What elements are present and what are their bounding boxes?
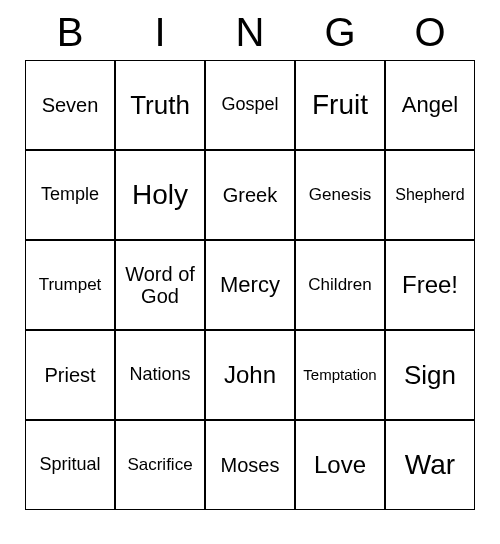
bingo-cell[interactable]: Genesis [295, 150, 385, 240]
bingo-cell[interactable]: Sign [385, 330, 475, 420]
bingo-cell[interactable]: Free! [385, 240, 475, 330]
header-letter-o: O [385, 10, 475, 55]
bingo-cell[interactable]: Greek [205, 150, 295, 240]
bingo-cell[interactable]: Temple [25, 150, 115, 240]
bingo-cell[interactable]: Trumpet [25, 240, 115, 330]
bingo-cell[interactable]: Fruit [295, 60, 385, 150]
bingo-cell[interactable]: Mercy [205, 240, 295, 330]
header-letter-b: B [25, 10, 115, 55]
bingo-cell[interactable]: Children [295, 240, 385, 330]
bingo-cell[interactable]: Gospel [205, 60, 295, 150]
header-letter-i: I [115, 10, 205, 55]
bingo-cell[interactable]: Truth [115, 60, 205, 150]
header-letter-n: N [205, 10, 295, 55]
header-letter-g: G [295, 10, 385, 55]
bingo-cell[interactable]: Priest [25, 330, 115, 420]
bingo-cell[interactable]: Moses [205, 420, 295, 510]
bingo-header: B I N G O [25, 10, 475, 55]
bingo-cell[interactable]: Temptation [295, 330, 385, 420]
bingo-cell[interactable]: Sacrifice [115, 420, 205, 510]
bingo-grid: SevenTruthGospelFruitAngelTempleHolyGree… [25, 60, 475, 510]
bingo-cell[interactable]: Love [295, 420, 385, 510]
bingo-cell[interactable]: John [205, 330, 295, 420]
bingo-cell[interactable]: War [385, 420, 475, 510]
bingo-cell[interactable]: Angel [385, 60, 475, 150]
bingo-cell[interactable]: Seven [25, 60, 115, 150]
bingo-cell[interactable]: Spritual [25, 420, 115, 510]
bingo-cell[interactable]: Shepherd [385, 150, 475, 240]
bingo-cell[interactable]: Word of God [115, 240, 205, 330]
bingo-cell[interactable]: Holy [115, 150, 205, 240]
bingo-cell[interactable]: Nations [115, 330, 205, 420]
